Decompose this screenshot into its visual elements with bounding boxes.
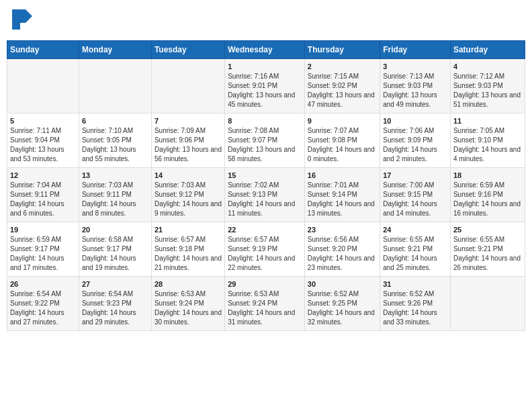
day-number: 5 (10, 117, 76, 125)
day-info: Sunrise: 7:16 AMSunset: 9:01 PMDaylight:… (228, 72, 302, 109)
day-info: Sunrise: 6:52 AMSunset: 9:26 PMDaylight:… (383, 289, 447, 327)
day-info: Sunrise: 6:54 AMSunset: 9:22 PMDaylight:… (10, 289, 76, 327)
calendar-cell: 23Sunrise: 6:56 AMSunset: 9:20 PMDayligh… (304, 222, 380, 277)
day-info: Sunrise: 7:01 AMSunset: 9:14 PMDaylight:… (308, 181, 377, 218)
calendar-cell: 1Sunrise: 7:16 AMSunset: 9:01 PMDaylight… (225, 59, 305, 113)
day-header-tuesday: Tuesday (151, 41, 224, 59)
day-info: Sunrise: 7:06 AMSunset: 9:09 PMDaylight:… (383, 126, 447, 164)
calendar-cell: 4Sunrise: 7:12 AMSunset: 9:03 PMDaylight… (450, 59, 525, 113)
day-header-thursday: Thursday (304, 41, 380, 59)
day-info: Sunrise: 7:00 AMSunset: 9:15 PMDaylight:… (383, 181, 447, 218)
day-info: Sunrise: 6:54 AMSunset: 9:23 PMDaylight:… (82, 289, 148, 327)
day-number: 3 (383, 62, 447, 71)
calendar-cell: 7Sunrise: 7:09 AMSunset: 9:06 PMDaylight… (151, 113, 224, 168)
day-number: 24 (383, 226, 447, 234)
day-number: 4 (453, 62, 522, 71)
day-info: Sunrise: 7:02 AMSunset: 9:13 PMDaylight:… (228, 181, 302, 218)
day-header-monday: Monday (79, 41, 151, 59)
calendar-cell (79, 59, 151, 113)
calendar-cell: 3Sunrise: 7:13 AMSunset: 9:03 PMDaylight… (380, 59, 451, 113)
calendar-cell: 21Sunrise: 6:57 AMSunset: 9:18 PMDayligh… (151, 222, 224, 277)
day-header-saturday: Saturday (450, 41, 525, 59)
calendar-cell: 19Sunrise: 6:59 AMSunset: 9:17 PMDayligh… (7, 222, 79, 277)
calendar-cell (151, 59, 224, 113)
calendar-table: SundayMondayTuesdayWednesdayThursdayFrid… (7, 40, 525, 331)
calendar-cell: 16Sunrise: 7:01 AMSunset: 9:14 PMDayligh… (304, 168, 380, 222)
calendar-cell: 13Sunrise: 7:03 AMSunset: 9:11 PMDayligh… (79, 168, 151, 222)
day-info: Sunrise: 7:07 AMSunset: 9:08 PMDaylight:… (308, 126, 377, 164)
calendar-week-row: 1Sunrise: 7:16 AMSunset: 9:01 PMDaylight… (7, 59, 525, 113)
day-number: 31 (383, 280, 447, 288)
logo (12, 9, 35, 32)
calendar-cell: 6Sunrise: 7:10 AMSunset: 9:05 PMDaylight… (79, 113, 151, 168)
calendar-cell: 2Sunrise: 7:15 AMSunset: 9:02 PMDaylight… (304, 59, 380, 113)
calendar-cell: 8Sunrise: 7:08 AMSunset: 9:07 PMDaylight… (225, 113, 305, 168)
calendar-cell: 18Sunrise: 6:59 AMSunset: 9:16 PMDayligh… (450, 168, 525, 222)
calendar-week-row: 26Sunrise: 6:54 AMSunset: 9:22 PMDayligh… (7, 277, 525, 331)
calendar-cell: 22Sunrise: 6:57 AMSunset: 9:19 PMDayligh… (225, 222, 305, 277)
calendar-cell: 20Sunrise: 6:58 AMSunset: 9:17 PMDayligh… (79, 222, 151, 277)
day-number: 27 (82, 280, 148, 288)
day-info: Sunrise: 7:08 AMSunset: 9:07 PMDaylight:… (228, 126, 302, 164)
days-header-row: SundayMondayTuesdayWednesdayThursdayFrid… (7, 41, 525, 59)
calendar-cell (7, 59, 79, 113)
day-info: Sunrise: 6:57 AMSunset: 9:19 PMDaylight:… (228, 235, 302, 273)
calendar-cell: 26Sunrise: 6:54 AMSunset: 9:22 PMDayligh… (7, 277, 79, 331)
day-info: Sunrise: 6:56 AMSunset: 9:20 PMDaylight:… (308, 235, 377, 273)
calendar-week-row: 5Sunrise: 7:11 AMSunset: 9:04 PMDaylight… (7, 113, 525, 168)
day-number: 30 (308, 280, 377, 288)
day-number: 14 (154, 171, 222, 179)
day-info: Sunrise: 6:53 AMSunset: 9:24 PMDaylight:… (154, 289, 222, 327)
day-header-wednesday: Wednesday (225, 41, 305, 59)
day-info: Sunrise: 7:05 AMSunset: 9:10 PMDaylight:… (453, 126, 522, 164)
calendar-week-row: 12Sunrise: 7:04 AMSunset: 9:11 PMDayligh… (7, 168, 525, 222)
day-info: Sunrise: 7:10 AMSunset: 9:05 PMDaylight:… (82, 126, 148, 164)
day-info: Sunrise: 7:09 AMSunset: 9:06 PMDaylight:… (154, 126, 222, 164)
day-info: Sunrise: 6:52 AMSunset: 9:25 PMDaylight:… (308, 289, 377, 327)
day-info: Sunrise: 6:59 AMSunset: 9:17 PMDaylight:… (10, 235, 76, 273)
day-number: 10 (383, 117, 447, 125)
day-info: Sunrise: 7:12 AMSunset: 9:03 PMDaylight:… (453, 72, 522, 109)
day-info: Sunrise: 7:11 AMSunset: 9:04 PMDaylight:… (10, 126, 76, 164)
day-number: 23 (308, 226, 377, 234)
day-header-sunday: Sunday (7, 41, 79, 59)
day-number: 2 (308, 62, 377, 71)
day-number: 7 (154, 117, 222, 125)
day-info: Sunrise: 7:15 AMSunset: 9:02 PMDaylight:… (308, 72, 377, 109)
day-number: 20 (82, 226, 148, 234)
day-number: 29 (228, 280, 302, 288)
day-number: 13 (82, 171, 148, 179)
calendar-cell: 24Sunrise: 6:55 AMSunset: 9:21 PMDayligh… (380, 222, 451, 277)
calendar-cell: 17Sunrise: 7:00 AMSunset: 9:15 PMDayligh… (380, 168, 451, 222)
day-number: 1 (228, 62, 302, 71)
day-info: Sunrise: 6:55 AMSunset: 9:21 PMDaylight:… (453, 235, 522, 273)
day-info: Sunrise: 7:13 AMSunset: 9:03 PMDaylight:… (383, 72, 447, 109)
day-number: 9 (308, 117, 377, 125)
calendar-cell: 31Sunrise: 6:52 AMSunset: 9:26 PMDayligh… (380, 277, 451, 331)
page-header (7, 7, 525, 35)
day-number: 21 (154, 226, 222, 234)
day-number: 16 (308, 171, 377, 179)
day-info: Sunrise: 6:55 AMSunset: 9:21 PMDaylight:… (383, 235, 447, 273)
day-number: 17 (383, 171, 447, 179)
day-info: Sunrise: 7:03 AMSunset: 9:11 PMDaylight:… (82, 181, 148, 218)
day-number: 6 (82, 117, 148, 125)
calendar-cell: 29Sunrise: 6:53 AMSunset: 9:24 PMDayligh… (225, 277, 305, 331)
calendar-cell: 9Sunrise: 7:07 AMSunset: 9:08 PMDaylight… (304, 113, 380, 168)
day-info: Sunrise: 6:59 AMSunset: 9:16 PMDaylight:… (453, 181, 522, 218)
day-info: Sunrise: 7:04 AMSunset: 9:11 PMDaylight:… (10, 181, 76, 218)
calendar-cell: 30Sunrise: 6:52 AMSunset: 9:25 PMDayligh… (304, 277, 380, 331)
day-header-friday: Friday (380, 41, 451, 59)
day-number: 28 (154, 280, 222, 288)
calendar-week-row: 19Sunrise: 6:59 AMSunset: 9:17 PMDayligh… (7, 222, 525, 277)
day-info: Sunrise: 6:58 AMSunset: 9:17 PMDaylight:… (82, 235, 148, 273)
day-number: 22 (228, 226, 302, 234)
calendar-cell: 11Sunrise: 7:05 AMSunset: 9:10 PMDayligh… (450, 113, 525, 168)
day-info: Sunrise: 6:53 AMSunset: 9:24 PMDaylight:… (228, 289, 302, 327)
day-number: 26 (10, 280, 76, 288)
calendar-cell: 12Sunrise: 7:04 AMSunset: 9:11 PMDayligh… (7, 168, 79, 222)
calendar-cell: 28Sunrise: 6:53 AMSunset: 9:24 PMDayligh… (151, 277, 224, 331)
calendar-cell (450, 277, 525, 331)
logo-icon (12, 9, 32, 32)
calendar-cell: 25Sunrise: 6:55 AMSunset: 9:21 PMDayligh… (450, 222, 525, 277)
